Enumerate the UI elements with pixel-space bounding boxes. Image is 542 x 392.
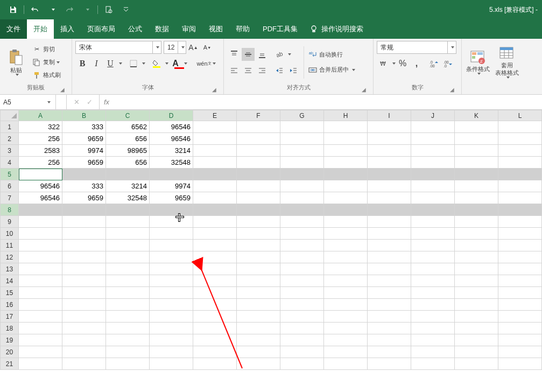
cell[interactable]: 3214 xyxy=(150,145,193,157)
number-format-combo[interactable]: 常规 xyxy=(377,41,456,54)
cell[interactable] xyxy=(324,192,368,204)
cell[interactable] xyxy=(368,157,411,169)
cell[interactable] xyxy=(106,228,150,240)
cell[interactable] xyxy=(324,287,368,299)
cell[interactable] xyxy=(150,169,193,180)
row-header[interactable]: 11 xyxy=(1,240,19,251)
cell[interactable] xyxy=(280,275,324,287)
column-header[interactable]: L xyxy=(498,110,542,121)
tab-review[interactable]: 审阅 xyxy=(175,19,202,39)
cell[interactable] xyxy=(19,216,62,228)
cell[interactable] xyxy=(324,121,368,133)
row-header[interactable]: 4 xyxy=(1,157,19,169)
cell[interactable] xyxy=(19,240,62,251)
cell[interactable] xyxy=(498,240,542,251)
cell[interactable] xyxy=(455,121,498,133)
cell[interactable] xyxy=(237,180,280,192)
cell[interactable] xyxy=(280,287,324,299)
enter-formula-icon[interactable]: ✓ xyxy=(83,98,96,106)
cell[interactable] xyxy=(280,157,324,169)
print-preview-icon[interactable] xyxy=(102,3,115,16)
cell[interactable]: 333 xyxy=(62,180,106,192)
align-top-icon[interactable] xyxy=(228,48,241,61)
cell[interactable] xyxy=(368,275,411,287)
cell[interactable] xyxy=(498,275,542,287)
cell[interactable] xyxy=(455,157,498,169)
row-header[interactable]: 8 xyxy=(1,204,19,216)
cell[interactable] xyxy=(193,180,237,192)
column-header[interactable]: F xyxy=(237,110,280,121)
redo-icon[interactable] xyxy=(63,3,76,16)
cell[interactable] xyxy=(62,275,106,287)
align-center-icon[interactable] xyxy=(242,64,255,77)
cell[interactable] xyxy=(280,299,324,311)
cell[interactable] xyxy=(62,204,106,216)
cell[interactable] xyxy=(280,216,324,228)
cell[interactable] xyxy=(62,240,106,251)
cell[interactable] xyxy=(280,323,324,334)
cut-button[interactable]: ✂剪切 xyxy=(31,44,62,55)
cell[interactable] xyxy=(106,169,150,180)
cell[interactable] xyxy=(193,299,237,311)
cell[interactable] xyxy=(150,287,193,299)
fill-color-button[interactable] xyxy=(150,57,163,70)
cell[interactable] xyxy=(411,251,455,263)
cell[interactable] xyxy=(455,287,498,299)
cell[interactable] xyxy=(368,192,411,204)
cell[interactable] xyxy=(237,358,280,370)
cell[interactable] xyxy=(280,133,324,145)
cell[interactable] xyxy=(19,263,62,275)
cell[interactable] xyxy=(106,263,150,275)
cell[interactable] xyxy=(193,287,237,299)
cell[interactable] xyxy=(193,204,237,216)
cell[interactable] xyxy=(411,334,455,346)
cell[interactable] xyxy=(411,275,455,287)
cell[interactable]: 9659 xyxy=(62,157,106,169)
undo-icon[interactable] xyxy=(29,3,41,16)
tab-help[interactable]: 帮助 xyxy=(229,19,256,39)
cell[interactable] xyxy=(498,346,542,358)
italic-button[interactable]: I xyxy=(90,57,103,70)
cell[interactable] xyxy=(106,204,150,216)
increase-font-icon[interactable]: A▲ xyxy=(187,41,200,54)
cell[interactable]: 96546 xyxy=(150,121,193,133)
cell[interactable] xyxy=(324,334,368,346)
column-header[interactable]: J xyxy=(411,110,455,121)
cell[interactable] xyxy=(19,287,62,299)
tab-insert[interactable]: 插入 xyxy=(54,19,81,39)
cell[interactable] xyxy=(280,180,324,192)
number-launcher-icon[interactable]: ◢ xyxy=(448,86,456,93)
cell[interactable] xyxy=(237,240,280,251)
cell[interactable]: 98965 xyxy=(106,145,150,157)
phonetic-button[interactable]: wén文 xyxy=(198,57,210,70)
name-box[interactable] xyxy=(0,95,56,109)
decrease-font-icon[interactable]: A▼ xyxy=(201,41,214,54)
tab-view[interactable]: 视图 xyxy=(202,19,229,39)
cell[interactable] xyxy=(237,228,280,240)
cell[interactable] xyxy=(280,228,324,240)
row-header[interactable]: 1 xyxy=(1,121,19,133)
fx-icon[interactable]: fx xyxy=(100,95,114,109)
cell[interactable] xyxy=(324,204,368,216)
cell[interactable] xyxy=(455,346,498,358)
cell[interactable] xyxy=(237,334,280,346)
cell[interactable] xyxy=(19,169,62,180)
accounting-format-button[interactable]: ₩ xyxy=(377,57,390,70)
cell[interactable] xyxy=(19,204,62,216)
format-as-table-button[interactable]: 套用 表格格式 xyxy=(491,45,523,80)
column-header[interactable]: H xyxy=(324,110,368,121)
row-header[interactable]: 15 xyxy=(1,287,19,299)
cell[interactable] xyxy=(411,263,455,275)
cell[interactable] xyxy=(19,323,62,334)
cell[interactable] xyxy=(455,263,498,275)
cell[interactable] xyxy=(368,216,411,228)
cell[interactable] xyxy=(498,216,542,228)
cell[interactable] xyxy=(150,251,193,263)
cell[interactable] xyxy=(411,358,455,370)
font-name-combo[interactable]: 宋体 xyxy=(75,41,161,54)
cell[interactable] xyxy=(411,145,455,157)
increase-indent-icon[interactable] xyxy=(287,64,300,77)
cell[interactable] xyxy=(62,323,106,334)
cell[interactable] xyxy=(62,299,106,311)
cell[interactable]: 9974 xyxy=(62,145,106,157)
